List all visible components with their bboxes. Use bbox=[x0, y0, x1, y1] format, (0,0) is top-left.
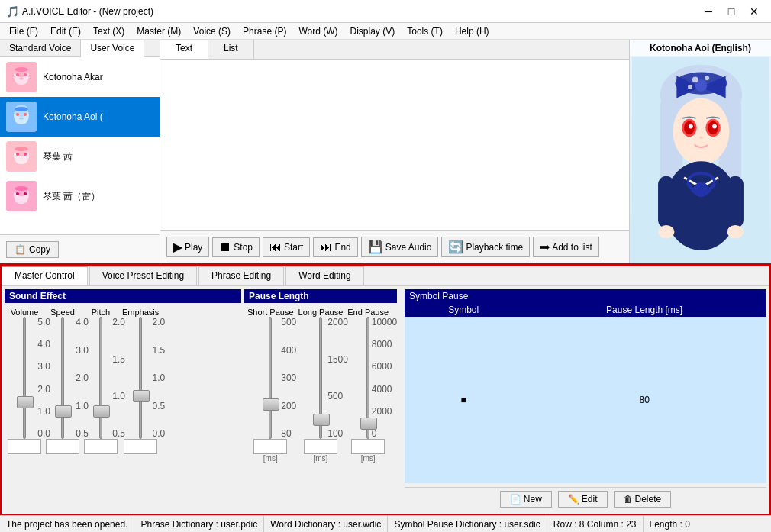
voice-item-3[interactable]: 琴葉 茜（雷） bbox=[0, 176, 160, 216]
svg-point-29 bbox=[15, 186, 28, 191]
long-pause-value[interactable]: 370 bbox=[304, 439, 337, 454]
symbol-pause-panel: Symbol Pause Symbol Pause Length [ms] ■ bbox=[405, 289, 766, 511]
volume-slider-track[interactable]: 5.04.03.02.01.00.0 bbox=[9, 317, 40, 439]
end-pause-label: End Pause bbox=[347, 308, 389, 317]
long-pause-slider-track[interactable]: 20001500500100 bbox=[305, 317, 336, 439]
play-button[interactable]: ▶ Play bbox=[166, 237, 209, 257]
new-symbol-button[interactable]: 📄 New bbox=[500, 491, 552, 508]
copy-button[interactable]: 📋 Copy bbox=[6, 241, 59, 258]
save-audio-label: Save Audio bbox=[386, 242, 432, 253]
user-voice-tab[interactable]: User Voice bbox=[81, 40, 144, 57]
menu-voice[interactable]: Voice (S) bbox=[187, 24, 237, 38]
voice-list: Kotonoha Akar bbox=[0, 57, 160, 234]
voice-item-1[interactable]: Kotonoha Aoi ( bbox=[0, 97, 160, 137]
svg-point-4 bbox=[16, 73, 19, 76]
copy-icon: 📋 bbox=[15, 244, 26, 255]
minimize-button[interactable]: ─ bbox=[698, 3, 719, 20]
emphasis-slider-track[interactable]: 2.01.51.00.50.0 bbox=[125, 317, 156, 439]
voice-preset-tab[interactable]: Voice Preset Editing bbox=[89, 266, 197, 285]
pitch-label: Pitch bbox=[92, 308, 110, 317]
short-pause-unit: [ms] bbox=[263, 454, 278, 463]
control-tabs: Master Control Voice Preset Editing Phra… bbox=[2, 266, 769, 286]
svg-point-22 bbox=[15, 147, 28, 151]
new-symbol-icon: 📄 bbox=[510, 494, 521, 505]
short-pause-value[interactable]: 150 bbox=[253, 439, 287, 454]
start-button[interactable]: ⏮ Start bbox=[263, 237, 310, 257]
pitch-slider-group: Pitch 2.01.51.00.5 1.00 bbox=[84, 308, 118, 454]
title-bar: 🎵 A.I.VOICE Editor - (New project) ─ □ ✕ bbox=[0, 0, 771, 23]
text-editor[interactable] bbox=[160, 60, 629, 230]
add-to-list-button[interactable]: ➡ Add to list bbox=[533, 237, 599, 257]
avatar-1-svg bbox=[6, 102, 37, 132]
menu-file[interactable]: File (F) bbox=[3, 24, 44, 38]
speed-slider-track[interactable]: 4.03.02.01.00.5 bbox=[47, 317, 78, 439]
pause-length-header: Pause Length bbox=[244, 289, 397, 303]
playback-time-button[interactable]: 🔄 Playback time bbox=[441, 237, 530, 257]
master-control-tab[interactable]: Master Control bbox=[2, 266, 88, 285]
short-pause-label: Short Pause bbox=[247, 308, 294, 317]
end-pause-slider-track[interactable]: 1000080006000400020000 bbox=[353, 317, 383, 439]
copy-section: 📋 Copy bbox=[0, 234, 160, 263]
emphasis-slider-group: Emphasis 2.01.51.00.50.0 1.00 bbox=[122, 308, 159, 454]
svg-point-13 bbox=[24, 113, 27, 116]
symbol-pause-header: Symbol Pause bbox=[405, 289, 766, 303]
pitch-slider-track[interactable]: 2.01.51.00.5 bbox=[85, 317, 116, 439]
editor-panel: Text List ▶ Play ⏹ Stop ⏮ Start ⏭ bbox=[160, 40, 630, 263]
menu-bar: File (F) Edit (E) Text (X) Master (M) Vo… bbox=[0, 23, 771, 40]
svg-point-5 bbox=[24, 73, 27, 76]
table-row[interactable]: ■ 80 bbox=[405, 317, 766, 484]
svg-point-52 bbox=[658, 225, 674, 239]
svg-rect-50 bbox=[658, 176, 674, 228]
start-icon: ⏮ bbox=[269, 240, 282, 254]
menu-master[interactable]: Master (M) bbox=[131, 24, 187, 38]
menu-tools[interactable]: Tools (T) bbox=[401, 24, 449, 38]
menu-display[interactable]: Display (V) bbox=[344, 24, 402, 38]
svg-point-26 bbox=[15, 196, 27, 204]
word-editing-tab[interactable]: Word Editing bbox=[285, 266, 363, 285]
svg-point-38 bbox=[673, 98, 729, 166]
stop-button[interactable]: ⏹ Stop bbox=[212, 237, 260, 257]
menu-edit[interactable]: Edit (E) bbox=[44, 24, 87, 38]
new-symbol-label: New bbox=[524, 494, 542, 505]
svg-point-28 bbox=[24, 192, 27, 195]
svg-point-27 bbox=[16, 192, 19, 195]
close-button[interactable]: ✕ bbox=[744, 3, 765, 20]
avatar-0 bbox=[6, 62, 37, 92]
symbol-dict-status: Symbol Pause Dictionary : user.sdic bbox=[388, 516, 547, 532]
end-pause-value[interactable]: 800 bbox=[351, 439, 385, 454]
menu-phrase[interactable]: Phrase (P) bbox=[237, 24, 292, 38]
pitch-value[interactable]: 1.00 bbox=[84, 439, 118, 454]
svg-point-12 bbox=[16, 113, 19, 116]
app-icon: 🎵 bbox=[6, 5, 19, 18]
text-tab[interactable]: Text bbox=[160, 40, 208, 59]
avatar-1 bbox=[6, 102, 37, 132]
avatar-3-svg bbox=[6, 181, 37, 211]
maximize-button[interactable]: □ bbox=[721, 3, 742, 20]
pause-length-col-header: Pause Length [ms] bbox=[522, 303, 766, 317]
voice-name-3: 琴葉 茜（雷） bbox=[43, 190, 100, 203]
play-label: Play bbox=[185, 242, 202, 253]
voice-item-0[interactable]: Kotonoha Akar bbox=[0, 57, 160, 97]
volume-value[interactable]: 1.00 bbox=[8, 439, 41, 454]
svg-point-14 bbox=[19, 118, 24, 120]
end-button[interactable]: ⏭ End bbox=[313, 237, 357, 257]
short-pause-slider-group: Short Pause 50040030020080 150 bbox=[247, 308, 294, 463]
menu-word[interactable]: Word (W) bbox=[292, 24, 344, 38]
long-pause-label: Long Pause bbox=[298, 308, 344, 317]
phrase-editing-tab[interactable]: Phrase Editing bbox=[198, 266, 284, 285]
status-message: The project has been opened. bbox=[0, 516, 134, 532]
list-tab[interactable]: List bbox=[208, 40, 254, 59]
menu-text[interactable]: Text (X) bbox=[87, 24, 131, 38]
speed-value[interactable]: 1.00 bbox=[46, 439, 79, 454]
menu-help[interactable]: Help (H) bbox=[449, 24, 495, 38]
standard-voice-tab[interactable]: Standard Voice bbox=[0, 40, 81, 56]
delete-symbol-button[interactable]: 🗑 Delete bbox=[614, 491, 672, 508]
edit-symbol-button[interactable]: ✏️ Edit bbox=[558, 491, 608, 508]
short-pause-slider-track[interactable]: 50040030020080 bbox=[255, 317, 285, 439]
voice-name-0: Kotonoha Akar bbox=[43, 72, 103, 82]
speed-slider-group: Speed 4.03.02.01.00.5 1.00 bbox=[46, 308, 79, 454]
emphasis-value[interactable]: 1.00 bbox=[124, 439, 157, 454]
save-audio-button[interactable]: 💾 Save Audio bbox=[361, 237, 439, 257]
voice-item-2[interactable]: 琴葉 茜 bbox=[0, 137, 160, 176]
sound-effect-panel: Sound Effect Volume 5.04.0 bbox=[5, 289, 241, 464]
